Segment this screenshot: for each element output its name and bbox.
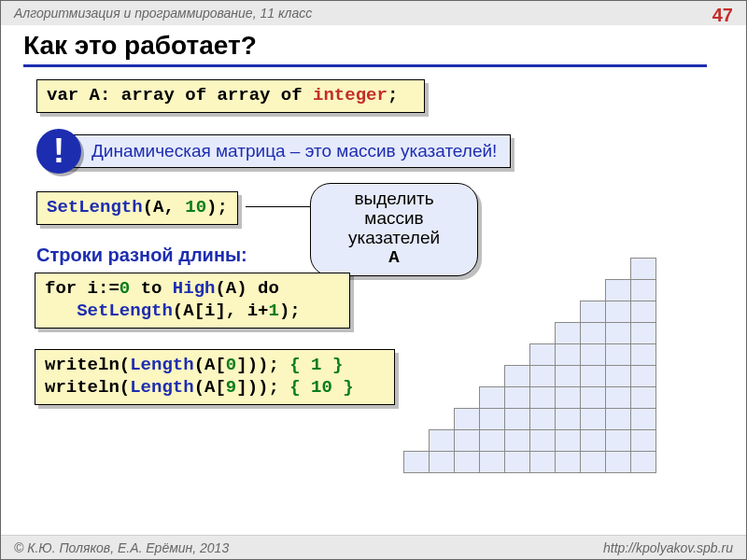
stair-cell	[555, 365, 581, 387]
stair-cell	[529, 429, 556, 452]
code-text: (A) do	[215, 278, 278, 299]
slide-title: Как это работает?	[23, 31, 707, 67]
stair-cell	[429, 429, 455, 452]
code-fn: High	[173, 278, 216, 299]
code-text: ;	[388, 85, 398, 105]
stair-row	[404, 452, 656, 473]
stair-cell	[529, 408, 556, 430]
code-text: ]));	[236, 355, 289, 375]
note-row: ! Динамическая матрица – это массив указ…	[36, 129, 511, 174]
exclamation-icon: !	[36, 129, 81, 174]
callout-line: массив	[320, 209, 468, 229]
course-header: Алгоритмизация и программирование, 11 кл…	[1, 1, 746, 25]
stair-row	[556, 323, 656, 344]
stair-row	[530, 344, 656, 366]
code-fn: SetLength	[77, 301, 173, 321]
stair-row	[505, 366, 656, 387]
stair-cell	[580, 322, 606, 344]
stair-cell	[479, 451, 505, 473]
code-text: writeln(	[45, 377, 130, 398]
code-indent	[45, 301, 77, 321]
callout-line: указателей	[320, 229, 468, 248]
stair-cell	[504, 408, 530, 430]
stair-cell	[429, 451, 455, 473]
code-text: );	[279, 301, 301, 321]
code-text: (A[i], i+	[173, 301, 269, 321]
stair-cell	[630, 408, 656, 430]
stair-cell	[605, 386, 631, 409]
stair-row	[480, 387, 656, 409]
code-text: to	[130, 278, 173, 299]
code-text: (A,	[143, 197, 186, 217]
code-text: var A: array of array of	[47, 85, 313, 105]
stair-cell	[555, 429, 581, 452]
code-fn: Length	[130, 355, 193, 375]
stair-cell	[630, 451, 656, 473]
stair-cell	[580, 386, 606, 409]
code-text: ]));	[236, 377, 289, 398]
stair-cell	[504, 451, 530, 473]
code-keyword-integer: integer	[313, 85, 388, 105]
stair-cell	[529, 343, 556, 366]
stair-cell	[580, 365, 606, 387]
callout-var: A	[320, 248, 468, 268]
stair-cell	[605, 343, 631, 366]
page-number: 47	[712, 5, 733, 26]
stair-cell	[555, 343, 581, 366]
stair-cell	[630, 429, 656, 452]
stair-cell	[529, 365, 556, 387]
stair-cell	[580, 408, 606, 430]
stair-cell	[605, 279, 631, 301]
stair-cell	[630, 301, 656, 323]
stair-cell	[454, 408, 480, 430]
stair-cell	[580, 451, 606, 473]
note-box: Динамическая матрица – это массив указат…	[64, 134, 511, 168]
code-text: for i:=	[45, 278, 120, 299]
stair-cell	[479, 408, 505, 430]
footer: © К.Ю. Поляков, Е.А. Ерёмин, 2013 http:/…	[1, 535, 746, 559]
stair-cell	[580, 301, 606, 323]
code-number: 0	[226, 355, 236, 375]
stair-cell	[605, 322, 631, 344]
stair-cell	[454, 451, 480, 473]
stair-cell	[580, 429, 606, 452]
code-number: 10	[185, 197, 206, 217]
callout-line: выделить	[320, 189, 468, 209]
stair-cell	[479, 429, 505, 452]
code-text: (A[	[194, 355, 226, 375]
stair-cell	[504, 386, 530, 409]
stair-cell	[630, 386, 656, 409]
stair-cell	[605, 301, 631, 323]
stair-cell	[605, 365, 631, 387]
stair-cell	[630, 258, 656, 280]
stair-cell	[555, 408, 581, 430]
footer-copyright: © К.Ю. Поляков, Е.А. Ерёмин, 2013	[14, 540, 229, 555]
code-number: 1	[268, 301, 278, 321]
stair-cell	[504, 429, 530, 452]
stair-cell	[605, 451, 631, 473]
stair-row	[581, 301, 656, 323]
stair-cell	[630, 279, 656, 301]
stair-cell	[555, 386, 581, 409]
stair-row	[631, 259, 656, 280]
subheading: Строки разной длины:	[36, 245, 247, 266]
course-title: Алгоритмизация и программирование, 11 кл…	[14, 6, 312, 21]
stair-cell	[630, 322, 656, 344]
stair-cell	[630, 365, 656, 387]
code-box-output: writeln(Length(A[0])); { 1 } writeln(Len…	[35, 349, 395, 405]
stair-cell	[479, 386, 505, 409]
stair-cell	[403, 451, 430, 473]
stair-cell	[529, 386, 556, 409]
callout-bubble: выделить массив указателей A	[310, 183, 478, 276]
stair-cell	[555, 451, 581, 473]
stair-cell	[605, 429, 631, 452]
code-text: (A[	[194, 377, 226, 398]
stair-cell	[580, 343, 606, 366]
code-comment: { 1 }	[289, 355, 343, 375]
stair-cell	[605, 408, 631, 430]
stair-cell	[529, 451, 556, 473]
stair-cell	[555, 322, 581, 344]
footer-url: http://kpolyakov.spb.ru	[603, 540, 733, 555]
code-number: 0	[120, 278, 130, 299]
code-fn: SetLength	[47, 197, 143, 217]
